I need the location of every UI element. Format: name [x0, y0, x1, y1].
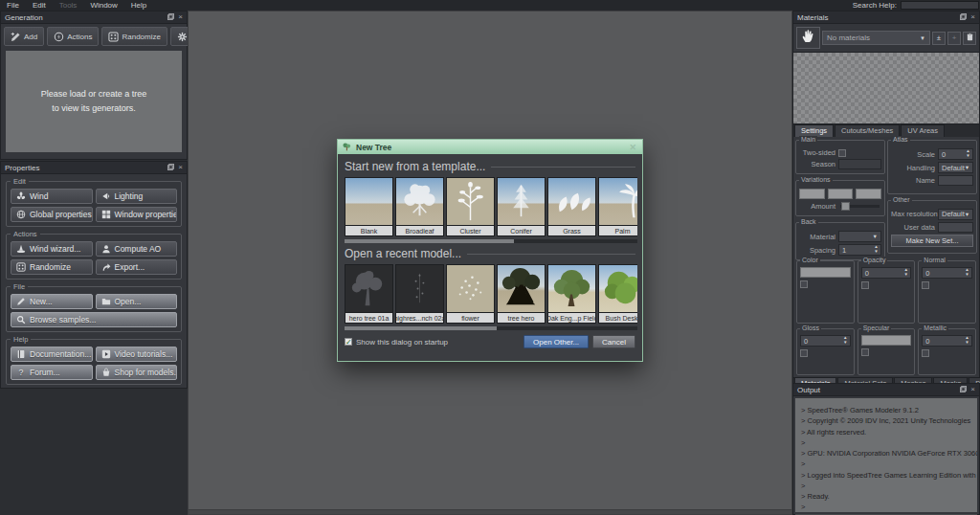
recent-thumb-oak-eng-p-field[interactable]: Oak Eng...p Field [547, 264, 596, 324]
menu-window[interactable]: Window [83, 1, 123, 10]
group-title: Other [891, 196, 912, 203]
opacity-enable-checkbox[interactable] [861, 281, 869, 289]
generation-add-button[interactable]: Add [4, 27, 44, 46]
gloss-spinner[interactable]: 0▲▼ [800, 335, 851, 347]
materials-dropdown[interactable]: No materials ▼ [822, 31, 930, 45]
console-line: > Ready. [801, 491, 973, 502]
export-button[interactable]: Export... [96, 259, 178, 275]
color-enable-checkbox[interactable] [800, 280, 808, 288]
normal-spinner[interactable]: 0▲▼ [922, 267, 972, 279]
color-swatch[interactable] [800, 267, 851, 278]
close-panel-icon[interactable]: × [178, 164, 183, 171]
max-resolution-label: Max resolution [891, 210, 935, 218]
materials-panel: Materials × No materials ▼ ± + SettingsC… [792, 11, 980, 383]
recent-thumb-tree-hero[interactable]: tree hero [497, 264, 546, 324]
documentation-button[interactable]: Documentation... [11, 347, 93, 362]
template-thumb-grass[interactable]: Grass [547, 177, 596, 236]
menu-bar: FileEditToolsWindowHelp Search Help: [0, 0, 980, 11]
forum-button[interactable]: ?Forum... [11, 365, 93, 380]
specular-swatch[interactable] [861, 335, 912, 346]
thumbnail-image [345, 177, 393, 226]
randomize-button[interactable]: Randomize [11, 259, 93, 275]
amount-slider[interactable] [840, 205, 880, 208]
wind-wizard-button[interactable]: Wind wizard... [11, 241, 93, 257]
recent-thumb-hero-tree-01a[interactable]: hero tree 01a [345, 264, 393, 324]
spacing-spinner[interactable]: 1▲▼ [838, 244, 881, 256]
global-properties-button[interactable]: Global properties [11, 207, 93, 222]
generation-randomize-button[interactable]: Randomize [101, 27, 167, 46]
new-button[interactable]: New... [11, 294, 93, 309]
template-thumb-palm[interactable]: Palm [598, 177, 637, 236]
variation-swatch[interactable] [856, 189, 881, 199]
clipboard-button[interactable] [963, 32, 976, 45]
back-material-dropdown[interactable]: ▼ [838, 231, 881, 242]
material-preview-area[interactable] [793, 52, 979, 124]
console-line: > [801, 459, 973, 469]
window-properties-button[interactable]: Window properties [96, 207, 178, 222]
user-data-field[interactable] [938, 222, 973, 233]
template-thumb-row: Blank Broadleaf Cluster Conifer Grass Pa… [345, 177, 637, 236]
metallic-enable-checkbox[interactable] [922, 349, 929, 357]
make-new-set-button[interactable]: Make New Set... [891, 235, 973, 247]
magnifier-icon [16, 315, 26, 325]
float-panel-icon[interactable] [960, 13, 967, 22]
wind-button[interactable]: Wind [11, 189, 93, 204]
template-thumb-conifer[interactable]: Conifer [497, 177, 546, 236]
dialog-title-bar[interactable]: New Tree ✕ [338, 140, 642, 154]
close-panel-icon[interactable]: × [178, 13, 183, 21]
show-dialog-on-startup-checkbox[interactable]: ✓ [345, 338, 352, 346]
output-panel: Output × > SpeedTree® Games Modeler 9.1.… [792, 383, 980, 515]
chevron-down-icon: ▼ [873, 234, 878, 239]
map-slot-title: Specular [861, 325, 892, 331]
menu-tools[interactable]: Tools [53, 1, 84, 10]
hand-tool-button[interactable] [796, 27, 820, 49]
template-thumb-broadleaf[interactable]: Broadleaf [395, 177, 444, 236]
menu-edit[interactable]: Edit [26, 1, 53, 10]
browse-samples-button[interactable]: Browse samples... [11, 312, 177, 327]
recent-thumb-highres-nch-02a[interactable]: highres...nch 02a [395, 264, 444, 324]
generation-actions-button[interactable]: Actions [47, 27, 99, 46]
add-remove-material-button[interactable]: ± [932, 32, 946, 45]
two-sided-checkbox[interactable] [838, 149, 846, 157]
console-line: > All rights reserved. [801, 427, 973, 437]
materials-top-tabs: SettingsCutouts/MeshesUV Areas [793, 124, 979, 137]
close-panel-icon[interactable]: × [970, 386, 975, 393]
open-button[interactable]: Open... [96, 294, 178, 309]
map-slot-normal: Normal 0▲▼ [918, 260, 976, 324]
metallic-spinner[interactable]: 0▲▼ [922, 335, 972, 347]
thumbnail-image [497, 264, 546, 313]
shop-for-models-button[interactable]: Shop for models... [96, 365, 178, 380]
scale-spinner[interactable]: 0▲▼ [938, 148, 973, 160]
specular-enable-checkbox[interactable] [861, 348, 869, 356]
template-scrollbar[interactable] [345, 239, 637, 243]
close-icon[interactable]: ✕ [627, 143, 638, 152]
recent-thumb-flower[interactable]: flower [446, 264, 495, 324]
add-material-button[interactable]: + [947, 32, 961, 45]
gloss-enable-checkbox[interactable] [800, 349, 808, 357]
compute-ao-button[interactable]: Compute AO [96, 241, 178, 257]
season-field[interactable] [838, 159, 881, 169]
lighting-button[interactable]: Lighting [96, 189, 178, 204]
float-panel-icon[interactable] [960, 386, 967, 394]
opacity-spinner[interactable]: 0▲▼ [861, 267, 912, 279]
template-thumb-blank[interactable]: Blank [345, 177, 393, 236]
normal-enable-checkbox[interactable] [922, 281, 929, 289]
variation-swatch[interactable] [799, 189, 825, 199]
menu-file[interactable]: File [0, 1, 26, 10]
menu-help[interactable]: Help [124, 1, 153, 10]
float-panel-icon[interactable] [167, 13, 174, 22]
cancel-button[interactable]: Cancel [592, 335, 635, 348]
video-tutorials-button[interactable]: Video tutorials... [96, 347, 178, 362]
recent-scrollbar[interactable] [345, 326, 637, 330]
dialog-title: New Tree [356, 143, 391, 152]
open-other-button[interactable]: Open Other... [523, 335, 589, 348]
handling-dropdown[interactable]: Default▼ [938, 162, 973, 173]
variation-swatch[interactable] [828, 189, 854, 199]
template-thumb-cluster[interactable]: Cluster [446, 177, 495, 236]
name-field[interactable] [938, 175, 973, 186]
recent-thumb-bush-deskt[interactable]: Bush Deskt [598, 264, 637, 324]
close-panel-icon[interactable]: × [970, 13, 975, 21]
search-help-input[interactable] [901, 1, 979, 10]
max-resolution-dropdown[interactable]: Default▼ [938, 209, 973, 220]
float-panel-icon[interactable] [167, 164, 174, 172]
